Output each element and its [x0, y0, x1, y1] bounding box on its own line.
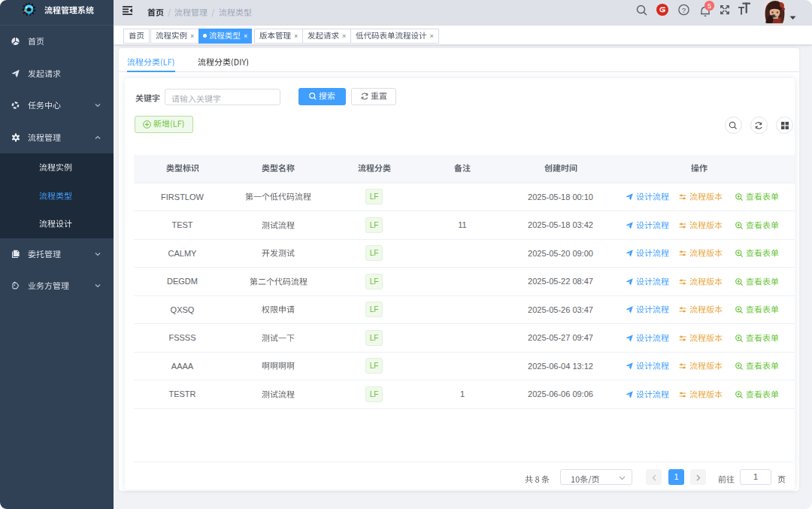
svg-text:?: ?	[682, 6, 686, 14]
svg-text:5: 5	[707, 2, 711, 10]
